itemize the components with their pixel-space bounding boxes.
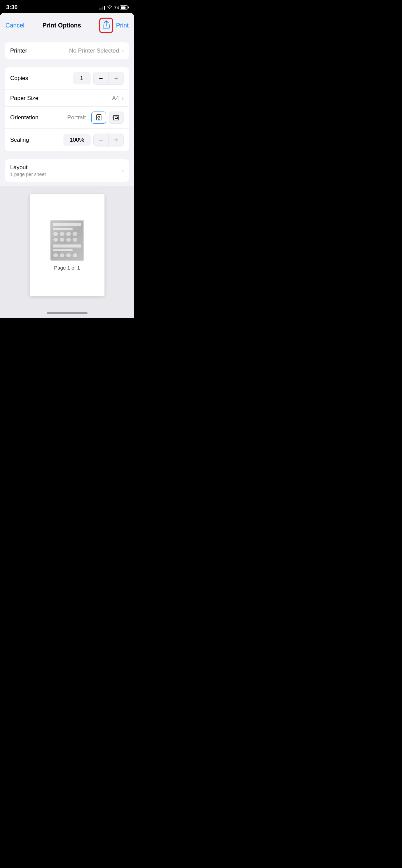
layout-subtitle: 1 page per sheet (10, 172, 124, 177)
portrait-orientation-button[interactable] (91, 112, 106, 124)
scaling-row: Scaling 100% − + (5, 129, 129, 151)
printer-section: Printer No Printer Selected › (5, 42, 129, 59)
svg-point-1 (98, 116, 100, 118)
home-indicator (0, 310, 134, 318)
printer-label: Printer (10, 47, 27, 54)
layout-section[interactable]: Layout 1 page per sheet › (5, 159, 129, 182)
layout-row[interactable]: Layout 1 page per sheet › (5, 159, 129, 182)
orientation-controls: Portrait (67, 112, 124, 124)
layout-label: Layout (10, 164, 124, 171)
wifi-icon (107, 5, 112, 10)
options-section: Copies 1 − + Paper Size A4 › Orientation… (5, 67, 129, 151)
svg-rect-3 (113, 116, 119, 120)
copies-row: Copies 1 − + (5, 67, 129, 90)
copies-value: 1 (73, 72, 91, 84)
svg-rect-5 (117, 117, 118, 119)
battery-indicator: 74 (114, 5, 128, 10)
chevron-right-icon: › (122, 95, 124, 102)
share-button-highlighted[interactable] (99, 18, 113, 33)
copies-stepper: 1 − + (73, 72, 124, 85)
layout-chevron-icon: › (122, 167, 124, 174)
copies-decrement-button[interactable]: − (94, 72, 109, 84)
scaling-stepper-controls: − + (93, 134, 124, 146)
scaling-decrement-button[interactable]: − (94, 134, 109, 146)
printer-value: No Printer Selected (69, 47, 119, 54)
nav-right-actions: Print (99, 18, 129, 33)
scaling-stepper: 100% − + (63, 134, 124, 146)
landscape-orientation-button[interactable] (109, 112, 124, 124)
printer-row[interactable]: Printer No Printer Selected › (5, 42, 129, 59)
paper-size-label: Paper Size (10, 95, 38, 102)
medicine-preview (51, 221, 83, 260)
page-indicator: Page 1 of 1 (54, 265, 80, 271)
page-preview: Page 1 of 1 (30, 194, 104, 296)
print-preview-area: Page 1 of 1 (0, 186, 134, 310)
home-bar (47, 312, 88, 314)
battery-level: 74 (114, 5, 119, 10)
status-bar: 3:30 74 (0, 0, 134, 13)
share-icon (101, 20, 111, 31)
print-options-sheet: Cancel Print Options Print Printer No Pr… (0, 13, 134, 318)
copies-label: Copies (10, 75, 28, 82)
printer-value-group: No Printer Selected › (69, 47, 124, 54)
nav-bar: Cancel Print Options Print (0, 13, 134, 38)
page-title: Print Options (42, 22, 81, 29)
svg-rect-2 (98, 119, 100, 120)
paper-size-value-group: A4 › (112, 95, 124, 102)
scaling-increment-button[interactable]: + (109, 134, 123, 146)
copies-increment-button[interactable]: + (109, 72, 123, 84)
print-button[interactable]: Print (116, 22, 129, 29)
cancel-button[interactable]: Cancel (5, 22, 24, 29)
paper-size-value: A4 (112, 95, 119, 102)
paper-size-row[interactable]: Paper Size A4 › (5, 90, 129, 107)
preview-image (50, 220, 84, 261)
copies-stepper-controls: − + (93, 72, 124, 85)
orientation-row: Orientation Portrait (5, 107, 129, 129)
time: 3:30 (6, 4, 18, 11)
status-right: 74 (99, 5, 128, 10)
signal-bars-icon (99, 5, 105, 10)
scaling-value: 100% (63, 134, 90, 146)
svg-point-4 (115, 117, 117, 119)
orientation-label: Orientation (10, 114, 38, 121)
orientation-value: Portrait (67, 114, 86, 121)
scaling-label: Scaling (10, 137, 29, 143)
chevron-right-icon: › (122, 47, 124, 54)
